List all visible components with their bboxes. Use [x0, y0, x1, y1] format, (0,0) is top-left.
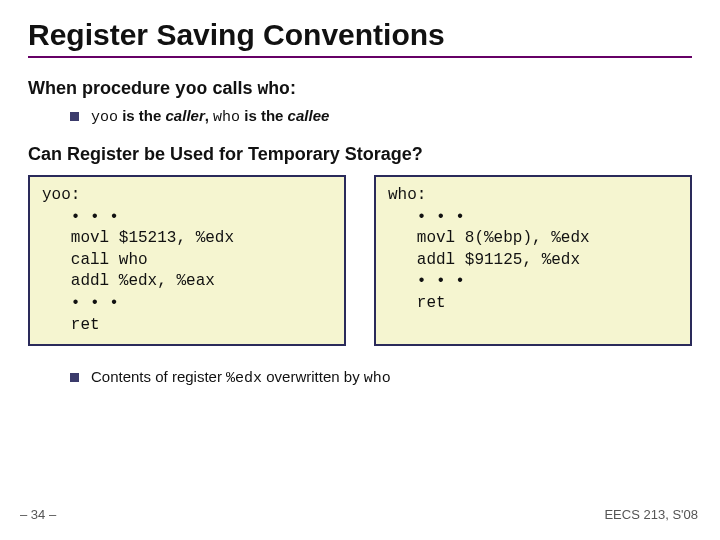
- slide-title: Register Saving Conventions: [28, 18, 692, 52]
- bullet2-text: Contents of register %edx overwritten by…: [91, 368, 391, 387]
- slide-number: – 34 –: [20, 507, 56, 522]
- code-box-yoo: yoo: • • • movl $15213, %edx call who ad…: [28, 175, 346, 346]
- bullet1-c1: yoo: [91, 109, 118, 126]
- bullet2-c2: who: [364, 370, 391, 387]
- square-bullet-icon: [70, 373, 79, 382]
- bullet2-c1: %edx: [226, 370, 262, 387]
- section1-code1: yoo: [175, 79, 207, 99]
- bullet1-t1: is the: [118, 107, 166, 124]
- bullet1-c2: who: [213, 109, 240, 126]
- course-label: EECS 213, S'08: [604, 507, 698, 522]
- section-heading-2: Can Register be Used for Temporary Stora…: [28, 144, 692, 165]
- code-box-who: who: • • • movl 8(%ebp), %edx addl $9112…: [374, 175, 692, 346]
- bullet1-i1: caller: [166, 107, 205, 124]
- section1-suffix: :: [290, 78, 296, 98]
- section1-code2: who: [257, 79, 289, 99]
- code-box-row: yoo: • • • movl $15213, %edx call who ad…: [28, 175, 692, 346]
- section1-prefix: When procedure: [28, 78, 175, 98]
- bullet2-t1: Contents of register: [91, 368, 226, 385]
- square-bullet-icon: [70, 112, 79, 121]
- bullet-row-2: Contents of register %edx overwritten by…: [70, 368, 692, 387]
- bullet1-t2: ,: [205, 107, 213, 124]
- section-heading-1: When procedure yoo calls who:: [28, 78, 692, 99]
- bullet1-i2: callee: [288, 107, 330, 124]
- bullet1-t3: is the: [240, 107, 288, 124]
- title-rule: [28, 56, 692, 58]
- bullet-row-1: yoo is the caller, who is the callee: [70, 107, 692, 126]
- section1-mid: calls: [207, 78, 257, 98]
- bullet2-t2: overwritten by: [262, 368, 364, 385]
- bullet1-text: yoo is the caller, who is the callee: [91, 107, 329, 126]
